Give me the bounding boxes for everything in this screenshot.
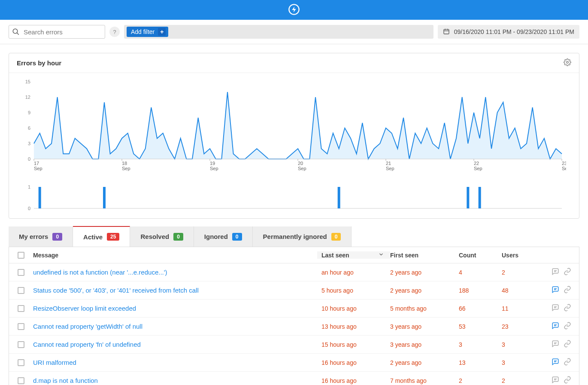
app-logo-icon: [288, 3, 300, 17]
error-message-link[interactable]: ResizeObserver loop limit exceeded: [33, 305, 321, 312]
svg-point-7: [567, 61, 569, 64]
col-users[interactable]: Users: [502, 252, 545, 259]
search-help-button[interactable]: ?: [109, 27, 120, 37]
date-range-label: 09/16/2020 11:01 PM - 09/23/2020 11:01 P…: [454, 28, 574, 35]
tab-badge: 0: [331, 233, 341, 241]
link-icon[interactable]: [564, 304, 571, 313]
table-header: Message Last seen First seen Count Users: [9, 247, 579, 263]
svg-text:Sep: Sep: [298, 166, 306, 171]
filters-area: Add filter +: [124, 25, 433, 39]
table-row: ResizeObserver loop limit exceeded10 hou…: [9, 299, 579, 318]
col-message[interactable]: Message: [33, 252, 321, 259]
last-seen-value: 5 hours ago: [321, 287, 390, 294]
tab-resolved[interactable]: Resolved0: [130, 226, 194, 247]
tab-label: Active: [83, 233, 103, 241]
users-value: 2: [502, 377, 545, 384]
comment-icon[interactable]: [552, 340, 559, 349]
svg-text:3: 3: [28, 141, 30, 146]
table-row: d.map is not a function16 hours ago7 mon…: [9, 372, 579, 385]
errors-chart-panel: Errors by hour 0369121517Sep18Sep19Sep20…: [9, 53, 579, 219]
first-seen-value: 5 months ago: [390, 305, 459, 312]
link-icon[interactable]: [564, 286, 571, 295]
last-seen-value: 13 hours ago: [321, 323, 390, 330]
col-count[interactable]: Count: [459, 252, 502, 259]
tab-label: Permanently ignored: [263, 233, 327, 240]
svg-text:Sep: Sep: [122, 166, 130, 171]
error-message-link[interactable]: Status code '500', or '403', or '401' re…: [33, 287, 321, 294]
top-bar: [0, 0, 588, 20]
comment-icon[interactable]: [552, 358, 559, 367]
date-range-picker[interactable]: 09/16/2020 11:01 PM - 09/23/2020 11:01 P…: [438, 25, 579, 39]
error-message-link[interactable]: Cannot read property 'getWidth' of null: [33, 323, 321, 330]
svg-text:15: 15: [25, 79, 30, 84]
tab-badge: 0: [173, 233, 183, 241]
gear-icon[interactable]: [564, 58, 571, 67]
comment-icon[interactable]: [552, 304, 559, 313]
last-seen-value: 16 hours ago: [321, 377, 390, 384]
row-checkbox[interactable]: [18, 377, 24, 384]
link-icon[interactable]: [564, 376, 571, 385]
tab-my-errors[interactable]: My errors0: [9, 226, 73, 247]
tab-permanently-ignored[interactable]: Permanently ignored0: [253, 226, 352, 247]
chevron-down-icon: [378, 251, 384, 259]
tab-ignored[interactable]: Ignored0: [194, 226, 253, 247]
tab-label: Resolved: [140, 233, 169, 240]
table-row: Cannot read property 'fn' of undefined15…: [9, 336, 579, 354]
users-value: 3: [502, 359, 545, 366]
col-first-seen[interactable]: First seen: [390, 252, 459, 259]
tab-badge: 25: [107, 233, 119, 241]
count-value: 53: [459, 323, 502, 330]
plus-icon: +: [158, 28, 166, 36]
add-filter-button[interactable]: Add filter +: [127, 27, 168, 37]
search-input[interactable]: [9, 25, 105, 39]
col-last-seen[interactable]: Last seen: [317, 251, 390, 259]
row-checkbox[interactable]: [18, 323, 24, 330]
select-all-checkbox[interactable]: [18, 252, 24, 259]
chart-title: Errors by hour: [17, 59, 61, 67]
svg-point-1: [13, 29, 18, 34]
svg-text:17: 17: [34, 161, 39, 166]
svg-rect-43: [479, 187, 481, 208]
svg-text:Sep: Sep: [562, 166, 566, 171]
row-checkbox[interactable]: [18, 287, 24, 294]
comment-icon[interactable]: [552, 322, 559, 331]
svg-rect-40: [103, 187, 106, 208]
first-seen-value: 2 years ago: [390, 359, 459, 366]
row-checkbox[interactable]: [18, 269, 24, 276]
svg-text:Sep: Sep: [386, 166, 394, 171]
count-value: 13: [459, 359, 502, 366]
svg-rect-42: [467, 187, 469, 208]
row-checkbox[interactable]: [18, 305, 24, 312]
users-value: 23: [502, 323, 545, 330]
svg-rect-3: [444, 29, 449, 34]
table-row: Cannot read property 'getWidth' of null1…: [9, 318, 579, 336]
error-message-link[interactable]: d.map is not a function: [33, 377, 321, 384]
last-seen-value: an hour ago: [321, 269, 390, 276]
row-checkbox[interactable]: [18, 341, 24, 348]
comment-icon[interactable]: [552, 286, 559, 295]
count-value: 188: [459, 287, 502, 294]
errors-line-chart: 0369121517Sep18Sep19Sep20Sep21Sep22Sep23…: [17, 77, 571, 172]
svg-text:18: 18: [122, 161, 127, 166]
svg-text:6: 6: [28, 125, 30, 131]
count-value: 66: [459, 305, 502, 312]
svg-text:1: 1: [28, 185, 30, 189]
svg-rect-41: [338, 187, 340, 208]
error-message-link[interactable]: URI malformed: [33, 359, 321, 366]
link-icon[interactable]: [564, 268, 571, 277]
row-checkbox[interactable]: [18, 359, 24, 366]
svg-text:0: 0: [28, 156, 30, 162]
tab-badge: 0: [232, 233, 242, 241]
comment-icon[interactable]: [552, 268, 559, 277]
link-icon[interactable]: [564, 322, 571, 331]
link-icon[interactable]: [564, 340, 571, 349]
users-value: 3: [502, 341, 545, 348]
svg-text:Sep: Sep: [210, 166, 218, 171]
error-message-link[interactable]: Cannot read property 'fn' of undefined: [33, 341, 321, 348]
svg-text:9: 9: [28, 110, 30, 115]
link-icon[interactable]: [564, 358, 571, 367]
error-message-link[interactable]: undefined is not a function (near '...e.…: [33, 269, 321, 276]
tab-active[interactable]: Active25: [73, 226, 130, 247]
tab-label: Ignored: [204, 233, 228, 240]
comment-icon[interactable]: [552, 376, 559, 385]
